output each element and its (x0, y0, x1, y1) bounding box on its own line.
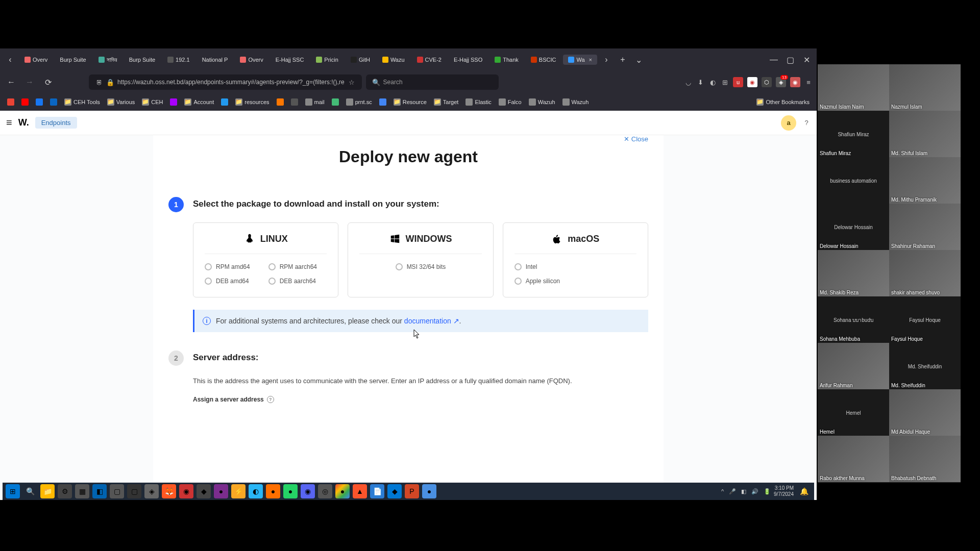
clock[interactable]: 3:10 PM 9/7/2024 (774, 485, 794, 497)
firefox-icon[interactable]: 🦊 (162, 484, 176, 498)
ext-icon[interactable]: ◉ (747, 77, 757, 87)
browser-tab[interactable]: National P (197, 55, 233, 65)
radio-rpm-aarch64[interactable]: RPM aarch64 (268, 263, 327, 270)
app-icon[interactable]: ◧ (92, 484, 107, 498)
all-tabs-button[interactable]: ⌄ (632, 53, 646, 67)
participant-tile[interactable]: Md. Shiful Islam (889, 111, 961, 157)
help-tooltip-icon[interactable]: ? (267, 396, 274, 403)
radio-msi[interactable]: MSI 32/64 bits (396, 263, 446, 270)
browser-tab[interactable]: Thank (489, 55, 524, 65)
help-icon[interactable]: ? (802, 119, 811, 127)
ext-icon[interactable]: ◉ (790, 77, 800, 87)
bookmark[interactable]: Falco (497, 97, 524, 107)
browser-tab[interactable]: 192.1 (162, 55, 195, 65)
tray-icon[interactable]: ◧ (741, 488, 746, 495)
radio-apple-silicon[interactable]: Apple silicon (514, 278, 636, 285)
mic-icon[interactable]: 🎤 (729, 488, 736, 495)
tab-forward-button[interactable]: › (599, 53, 614, 67)
radio-deb-aarch64[interactable]: DEB aarch64 (268, 278, 327, 285)
nav-pill-endpoints[interactable]: Endpoints (35, 117, 77, 129)
app-logo[interactable]: W. (18, 117, 29, 128)
participant-tile[interactable]: Sohana บบาbudบSohana Mehbuba (818, 296, 889, 343)
new-tab-button[interactable]: + (616, 53, 630, 67)
app-icon[interactable]: ▢ (127, 484, 141, 498)
app-icon[interactable]: ▦ (75, 484, 89, 498)
participant-tile[interactable]: Md. Mithu Pramanik (889, 157, 961, 204)
radio-deb-amd64[interactable]: DEB amd64 (205, 278, 263, 285)
browser-tab[interactable]: BSCIC (526, 55, 561, 65)
bookmark[interactable] (275, 97, 286, 107)
app-icon[interactable]: ◐ (249, 484, 263, 498)
search-button[interactable]: 🔍 (23, 484, 37, 498)
browser-tab[interactable]: Wazu (377, 55, 410, 65)
browser-tab[interactable]: E-Hajj SSO (449, 55, 487, 65)
minimize-button[interactable]: — (767, 53, 781, 67)
browser-tab[interactable]: E-Hajj SSC (271, 55, 309, 65)
app-icon[interactable]: ◆ (387, 484, 402, 498)
browser-tab[interactable]: CVE-2 (412, 55, 447, 65)
participant-tile[interactable]: Faysul HoqueFaysul Hoque (889, 296, 961, 343)
bookmark-folder[interactable]: 📁CEH (140, 97, 165, 107)
bookmark[interactable]: prnt.sc (344, 97, 374, 107)
settings-icon[interactable]: ⚙ (58, 484, 72, 498)
back-button[interactable]: ← (4, 75, 18, 89)
close-link[interactable]: ✕ Close (624, 135, 648, 143)
bookmark[interactable] (168, 97, 179, 107)
participant-tile[interactable]: Nazmul Islam Naim (818, 64, 889, 111)
menu-icon[interactable]: ≡ (804, 78, 813, 86)
bookmark[interactable] (219, 97, 230, 107)
bookmark-folder[interactable]: 📁Various (105, 97, 137, 107)
browser-tab[interactable]: Overv (235, 55, 268, 65)
browser-tab[interactable]: Pricin (311, 55, 344, 65)
app-icon[interactable]: 📄 (370, 484, 384, 498)
browser-tab[interactable]: Burp Suite (124, 55, 160, 65)
close-window-button[interactable]: ✕ (799, 53, 814, 67)
powerpoint-icon[interactable]: P (405, 484, 419, 498)
participant-tile[interactable]: shakir ahamed shuvo (889, 250, 961, 296)
battery-icon[interactable]: 🔋 (764, 488, 771, 495)
app-icon[interactable]: ◎ (318, 484, 332, 498)
browser-tab[interactable]: Overv (19, 55, 53, 65)
menu-toggle-icon[interactable]: ≡ (6, 117, 12, 129)
radio-rpm-amd64[interactable]: RPM amd64 (205, 263, 263, 270)
app-icon[interactable]: ◉ (179, 484, 193, 498)
whatsapp-icon[interactable]: ● (283, 484, 298, 498)
participant-tile[interactable]: HemelHemel (818, 389, 889, 436)
bookmark[interactable]: Wazuh (527, 97, 557, 107)
bookmark[interactable] (19, 97, 31, 107)
brave-icon[interactable]: ▲ (353, 484, 367, 498)
participant-tile[interactable]: business automation (818, 157, 889, 204)
tab-back-button[interactable]: ‹ (3, 53, 17, 67)
app-icon[interactable]: ● (266, 484, 280, 498)
participant-tile[interactable]: Md Abidul Haque (889, 389, 961, 436)
documentation-link[interactable]: documentation ↗ (404, 317, 459, 325)
participant-tile[interactable]: Shafiun MirazShafiun Miraz (818, 111, 889, 157)
participant-tile[interactable]: Md. Shakib Reza (818, 250, 889, 296)
app-icon[interactable]: ⚡ (231, 484, 246, 498)
app-icon[interactable]: ◆ (197, 484, 211, 498)
participant-tile[interactable]: Bhabatush Debnath (889, 436, 961, 482)
user-avatar[interactable]: a (781, 115, 796, 131)
bookmark[interactable]: Elastic (463, 97, 493, 107)
url-input[interactable]: ⛨ 🔒 https://wazuh.oss.net.bd/app/endpoin… (89, 74, 362, 90)
participant-tile[interactable]: Shahinur Rahaman (889, 204, 961, 250)
search-input[interactable]: 🔍 Search (366, 74, 499, 90)
downloads-icon[interactable]: ⬇ (696, 78, 704, 86)
ublock-icon[interactable]: u (733, 77, 743, 87)
bookmark[interactable] (34, 97, 45, 107)
participant-tile[interactable]: Arifur Rahman (818, 343, 889, 389)
bookmark[interactable] (330, 97, 341, 107)
app-icon[interactable]: ● (422, 484, 436, 498)
bookmark[interactable]: mail (303, 97, 327, 107)
browser-tab[interactable]: GitH (346, 55, 375, 65)
pocket-icon[interactable]: ◡ (684, 78, 692, 86)
explorer-icon[interactable]: 📁 (40, 484, 55, 498)
bookmark[interactable] (289, 97, 300, 107)
star-icon[interactable]: ☆ (348, 78, 356, 86)
bookmark-folder[interactable]: 📁Account (182, 97, 216, 107)
discord-icon[interactable]: ◉ (301, 484, 315, 498)
system-tray[interactable]: ^ 🎤 ◧ 🔊 🔋 (721, 488, 771, 495)
app-icon[interactable]: ▢ (110, 484, 124, 498)
participant-tile[interactable]: Delowar HossainDelowar Hossain (818, 204, 889, 250)
radio-intel[interactable]: Intel (514, 263, 636, 270)
